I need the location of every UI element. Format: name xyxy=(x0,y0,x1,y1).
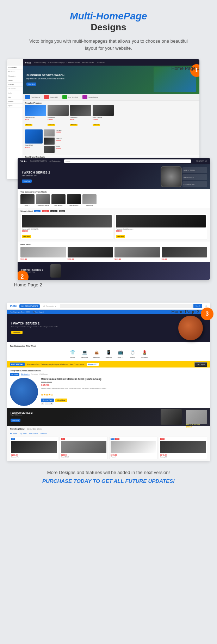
hp2-weekly-deal: Weekly Deal Add 4 35 HS 44 Min 6 Sec Sam… xyxy=(18,208,210,242)
page-wrapper: Multi-HomePage Designs Victo brings you … xyxy=(0,0,217,494)
hp2-weekly-row: Samsung 40" HD SMART... $369.99 Shop Now… xyxy=(20,214,207,240)
hp1-main-content: Victo Store & Catalog Electronics & Lapt… xyxy=(23,59,199,168)
spacer xyxy=(7,290,210,303)
hp3-departments-btn[interactable]: ALL DEPARTMENTS xyxy=(19,304,39,308)
hp3-categories: Top Categories This Week 👕 Fashion 💻 Ele… xyxy=(7,342,210,361)
hp1-icon-box xyxy=(44,95,49,99)
hp3-hero-btn[interactable]: Shop Now xyxy=(11,331,23,334)
hp2-hero-btn[interactable]: Shop Now xyxy=(22,180,32,183)
hp3-tab-video[interactable]: Top Video xyxy=(19,432,27,435)
hp1-logo: Victo xyxy=(25,61,31,64)
hp1-featured-row: Smart Watch $199.99 iPad Mini $179.99 xyxy=(23,128,199,154)
hp3-hurry-tabs: All Items Electronics Cameras Cellphones xyxy=(10,373,207,376)
hp3-tab-electronics[interactable]: Electronics xyxy=(29,432,38,435)
hp2-cat-image xyxy=(36,194,50,204)
hp1-big-product-image xyxy=(25,129,43,144)
hp1-big-product: Smart Watch $199.99 xyxy=(25,129,43,153)
hp2-bs-image xyxy=(68,247,113,257)
hp2-cat-item: Smart TV xyxy=(20,194,35,206)
hp3-tab-electronics[interactable]: Electronics xyxy=(21,373,29,376)
hp3-tab-cameras[interactable]: Cameras xyxy=(31,373,38,376)
hp1-product-item: Smart TV $499.99 xyxy=(44,138,197,145)
hp2-weekly-btn[interactable]: Shop Now xyxy=(116,235,125,238)
hp1-product-item: Smartphone $149.99 Add to Cart xyxy=(48,105,69,127)
smarttv-icon: 📺 xyxy=(116,349,125,356)
homepage-2-card: Victo ALL DEPARTMENTS All Categories Sea… xyxy=(18,158,210,280)
hp2-hero: I WATCH SERIES 2 SAVE UP TO 50% OFF Shop… xyxy=(18,164,210,189)
hp1-sidebar-item: Sports xyxy=(7,104,23,108)
hp1-add-cart-btn[interactable]: Add to Cart xyxy=(48,124,55,126)
homepage-overlap-section: ALL DEPART... Electronics Computers Mobi… xyxy=(7,59,210,280)
hp3-label: Home Page 3 xyxy=(172,309,200,314)
hp3-imac-image xyxy=(186,410,207,424)
cosmetics-icon: 💄 xyxy=(140,349,149,356)
hp2-cat-image xyxy=(67,194,81,204)
hp3-watch-banner: I WATCH SERIES 2 Digital & Electronic Sh… xyxy=(7,408,210,426)
hp3-trend-image xyxy=(111,441,156,453)
hp3-search-btn[interactable]: Search xyxy=(193,304,202,308)
hp3-trend-item: NEW $299.99 Camera Pro xyxy=(10,437,58,459)
hp1-add-cart-btn[interactable]: Add to Cart xyxy=(25,124,32,126)
hp3-watch-image xyxy=(161,409,182,425)
hp2-cat-item: & Massage xyxy=(82,194,97,206)
hp3-product-info: Men's Casual Classic Stainless Steel Qua… xyxy=(41,378,207,406)
hp3-product-badge: NEW xyxy=(11,438,57,440)
hp3-hurry-product: Men's Casual Classic Stainless Steel Qua… xyxy=(10,378,207,406)
hp3-add-cart-btn[interactable]: Add to Cart xyxy=(41,399,54,402)
hp3-hero: I WATCH SERIES 2 Victo lets you create t… xyxy=(7,314,210,342)
hp1-icon-box xyxy=(62,95,67,99)
hp3-tab-all[interactable]: All Items xyxy=(10,432,17,435)
hp2-hero-text: I WATCH SERIES 2 SAVE UP TO 50% OFF Shop… xyxy=(22,171,50,183)
hp2-cat-item: iMac Monitors xyxy=(67,194,81,206)
hp3-cat-item: 💄 Cosmetics xyxy=(140,349,149,358)
hp3-preview: Victo ALL DEPARTMENTS All Categories ▼ S… xyxy=(7,303,210,461)
hp3-get-coupon-btn[interactable]: Get Coupon xyxy=(194,362,207,367)
hp3-tab-cameras[interactable]: Cameras xyxy=(40,432,47,435)
hp2-weekly-btn[interactable]: Shop Now xyxy=(22,235,31,238)
hp1-product-item: iPhone $699.99 xyxy=(44,146,197,153)
hp3-tab-cellphones[interactable]: Cellphones xyxy=(39,373,48,376)
hp3-product-badge: SALE xyxy=(61,438,106,440)
hp2-preview: Victo ALL DEPARTMENTS All Categories Sea… xyxy=(18,158,210,280)
electronics-icon: 💻 xyxy=(80,349,89,356)
hp1-sidebar-item: Fashion xyxy=(7,99,23,104)
hp1-nav-items: Store & Catalog Electronics & Laptop Cam… xyxy=(34,61,105,63)
hp1-product-image xyxy=(93,105,114,116)
hp3-logo: Victo xyxy=(10,304,17,308)
cellphones-icon: 📱 xyxy=(104,349,113,356)
hp1-sidebar-item: Computers xyxy=(7,74,23,78)
hp1-icon-item: Free Shipping xyxy=(25,95,40,99)
hp1-product-item: iPad Mini $179.99 xyxy=(44,129,197,136)
hp3-buy-now-btn[interactable]: Buy Now xyxy=(55,399,67,402)
badge-3: 3 xyxy=(201,308,213,320)
hp3-special-bar: HOT SPECIAL Wrap new offers / Get every … xyxy=(7,361,210,367)
hp1-add-cart-btn[interactable]: Add to Cart xyxy=(70,124,78,126)
hp2-bestseller-row: $199.99 $299.99 $699.99 $99.99 xyxy=(20,247,207,260)
hp2-weekly-item: Panasonic Digital Camera... $289.99 Shop… xyxy=(114,214,207,240)
hp3-trend-image xyxy=(11,441,57,453)
hp2-cat-image xyxy=(20,194,35,204)
hp3-cat-item: 👕 Fashion xyxy=(68,349,78,358)
hp2-hero-right: SAVE UP TO 50% MACBOOK PRO IPHONE METRO xyxy=(182,167,207,187)
hp3-imac-item: IPAD FLAT OUT FUN $499.89 xyxy=(186,410,207,428)
hp3-product-rating: ★★★★☆ xyxy=(41,391,207,397)
hp2-bs-item: $699.99 xyxy=(114,247,160,260)
hp3-watch-shop-btn[interactable]: Shop Now xyxy=(11,419,20,422)
homepage-3-card: Victo ALL DEPARTMENTS All Categories ▼ S… xyxy=(7,303,210,461)
hp2-search: Search... xyxy=(64,159,191,163)
hp3-trend-item: NEW SALE $499.99 iPhone 7 xyxy=(109,437,157,459)
hp2-navbar: Victo ALL DEPARTMENTS All Categories Sea… xyxy=(18,158,210,164)
hp1-product-image xyxy=(48,105,69,116)
hp1-sidebar-item: Mobile xyxy=(7,78,23,83)
main-title: Multi-HomePage xyxy=(7,11,210,22)
hp1-add-cart-btn[interactable]: Add to Cart xyxy=(93,124,100,126)
hp1-popular-products: Popular Product Camera Canon $99.99 Add … xyxy=(23,101,199,128)
hp3-tab-all[interactable]: All Items xyxy=(10,373,19,376)
hp1-icon-item: Free Time Ends xyxy=(62,95,78,99)
hp2-cat-image xyxy=(51,194,66,204)
hp1-product-image xyxy=(70,105,91,116)
hp3-trend-image xyxy=(61,441,106,453)
hp1-hero-btn[interactable]: Shop Now xyxy=(26,83,36,86)
hp1-products-row: Camera Canon $99.99 Add to Cart Smartpho… xyxy=(25,105,197,127)
hp2-side-item: IPHONE METRO xyxy=(182,181,207,187)
